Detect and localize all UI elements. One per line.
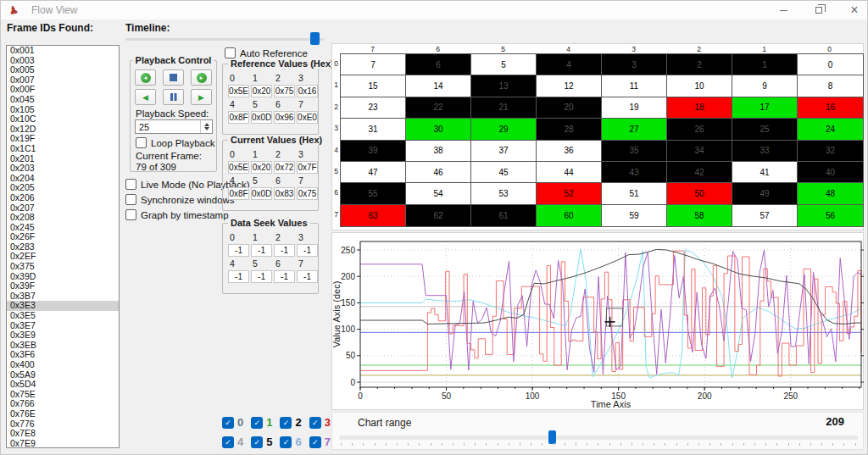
auto-reference-box[interactable] <box>225 47 236 58</box>
byte-cell-24[interactable]: 24 <box>798 119 863 140</box>
byte-cell-34[interactable]: 34 <box>667 141 732 162</box>
byte-cell-54[interactable]: 54 <box>406 183 471 204</box>
byte-cell-15[interactable]: 15 <box>341 75 406 97</box>
byte-cell-29[interactable]: 29 <box>471 119 537 140</box>
reference-value-input-4[interactable] <box>228 111 249 124</box>
live-mode-box[interactable] <box>125 179 136 190</box>
minimize-button[interactable] <box>776 3 791 18</box>
byte-cell-57[interactable]: 57 <box>732 205 798 226</box>
spin-up-icon[interactable] <box>204 123 209 126</box>
stop-button[interactable] <box>163 69 184 86</box>
byte-cell-33[interactable]: 33 <box>732 141 798 162</box>
byte-cell-13[interactable]: 13 <box>471 75 537 97</box>
byte-cell-20[interactable]: 20 <box>537 97 602 119</box>
byte-cell-14[interactable]: 14 <box>406 75 471 97</box>
byte-cell-21[interactable]: 21 <box>471 97 537 119</box>
byte-cell-27[interactable]: 27 <box>602 119 667 140</box>
data-seek-value-input-7[interactable] <box>297 270 318 283</box>
series-checkbox-7[interactable]: ✓ <box>309 436 321 448</box>
byte-cell-0[interactable]: 0 <box>798 54 863 75</box>
series-checkbox-5[interactable]: ✓ <box>251 436 263 448</box>
reference-value-input-5[interactable] <box>251 111 272 124</box>
reference-value-input-3[interactable] <box>297 85 318 97</box>
current-value-input-1[interactable] <box>251 161 272 174</box>
series-checkbox-1[interactable]: ✓ <box>251 417 263 429</box>
frame-id-item[interactable]: 0x7E8 <box>7 429 119 439</box>
byte-cell-55[interactable]: 55 <box>341 183 406 204</box>
current-value-input-4[interactable] <box>228 187 249 200</box>
byte-cell-30[interactable]: 30 <box>406 119 471 140</box>
byte-cell-35[interactable]: 35 <box>602 141 667 162</box>
frame-id-item[interactable]: 0x1C1 <box>7 144 119 154</box>
frame-id-item[interactable]: 0x3E5 <box>7 311 119 321</box>
series-toggle-6[interactable]: ✓6 <box>280 436 301 448</box>
byte-cell-8[interactable]: 8 <box>798 75 863 97</box>
byte-cell-42[interactable]: 42 <box>667 162 732 183</box>
skip-to-end-button[interactable]: ▸ <box>191 69 212 86</box>
play-forward-button[interactable]: ▶ <box>191 89 212 105</box>
byte-cell-9[interactable]: 9 <box>732 75 798 97</box>
frame-id-item[interactable]: 0x045 <box>7 95 119 105</box>
byte-cell-45[interactable]: 45 <box>471 162 537 183</box>
chart-range-slider-handle[interactable] <box>548 430 556 444</box>
byte-cell-51[interactable]: 51 <box>602 183 667 204</box>
frame-id-item[interactable]: 0x76E <box>7 409 119 419</box>
byte-cell-37[interactable]: 37 <box>471 141 537 162</box>
byte-cell-4[interactable]: 4 <box>537 54 602 75</box>
byte-cell-56[interactable]: 56 <box>798 205 863 226</box>
byte-cell-46[interactable]: 46 <box>406 162 471 183</box>
frame-id-item[interactable]: 0x206 <box>7 193 119 203</box>
series-toggle-3[interactable]: ✓3 <box>309 416 331 429</box>
byte-cell-60[interactable]: 60 <box>537 205 602 226</box>
byte-cell-19[interactable]: 19 <box>602 97 667 119</box>
frame-id-item[interactable]: 0x10C <box>7 114 119 125</box>
data-seek-value-input-5[interactable] <box>251 270 272 283</box>
byte-cell-50[interactable]: 50 <box>667 183 732 204</box>
byte-cell-44[interactable]: 44 <box>537 162 602 183</box>
byte-cell-61[interactable]: 61 <box>471 205 537 226</box>
reference-value-input-6[interactable] <box>274 111 295 124</box>
pause-button[interactable] <box>163 89 184 105</box>
byte-cell-18[interactable]: 18 <box>667 97 732 119</box>
byte-cell-2[interactable]: 2 <box>667 54 732 75</box>
series-toggle-0[interactable]: ✓0 <box>222 416 243 429</box>
series-checkbox-2[interactable]: ✓ <box>280 417 292 429</box>
byte-cell-59[interactable]: 59 <box>602 205 667 226</box>
current-value-input-0[interactable] <box>228 161 249 174</box>
frame-id-item[interactable]: 0x7E9 <box>7 439 119 448</box>
loop-playback-box[interactable] <box>136 137 147 148</box>
graph-by-timestamp-checkbox[interactable]: Graph by timestamp <box>125 209 229 220</box>
byte-cell-62[interactable]: 62 <box>406 205 471 226</box>
spin-down-icon[interactable] <box>204 127 209 130</box>
synchronize-windows-checkbox[interactable]: Synchronize windows <box>125 194 235 205</box>
byte-cell-52[interactable]: 52 <box>537 183 602 204</box>
byte-cell-17[interactable]: 17 <box>732 97 798 119</box>
timeline-slider-handle[interactable] <box>310 32 320 45</box>
data-seek-value-input-0[interactable] <box>228 244 249 257</box>
byte-cell-6[interactable]: 6 <box>406 54 471 75</box>
graph-by-timestamp-box[interactable] <box>125 209 136 220</box>
series-checkbox-6[interactable]: ✓ <box>280 436 292 448</box>
close-button[interactable]: × <box>847 3 862 18</box>
reference-value-input-1[interactable] <box>251 85 272 97</box>
restore-button[interactable] <box>811 3 826 18</box>
auto-reference-checkbox[interactable]: Auto Reference <box>225 47 308 58</box>
skip-to-start-button[interactable]: ◂ <box>135 69 156 86</box>
current-value-input-2[interactable] <box>274 161 295 174</box>
series-checkbox-3[interactable]: ✓ <box>309 417 321 429</box>
playback-speed-spinbox[interactable]: 25 <box>135 119 213 134</box>
data-seek-value-input-4[interactable] <box>228 270 249 283</box>
spinbox-arrows[interactable] <box>200 120 212 133</box>
byte-cell-28[interactable]: 28 <box>537 119 602 140</box>
data-seek-value-input-6[interactable] <box>274 270 295 283</box>
byte-cell-36[interactable]: 36 <box>537 141 602 162</box>
byte-cell-32[interactable]: 32 <box>798 141 863 162</box>
byte-cell-12[interactable]: 12 <box>537 75 602 97</box>
byte-cell-26[interactable]: 26 <box>667 119 732 140</box>
series-toggle-2[interactable]: ✓2 <box>280 416 301 429</box>
byte-cell-1[interactable]: 1 <box>732 54 798 75</box>
reference-value-input-7[interactable] <box>297 111 318 124</box>
byte-cell-31[interactable]: 31 <box>341 119 406 140</box>
frame-id-item[interactable]: 0x400 <box>7 360 119 370</box>
byte-cell-53[interactable]: 53 <box>471 183 537 204</box>
